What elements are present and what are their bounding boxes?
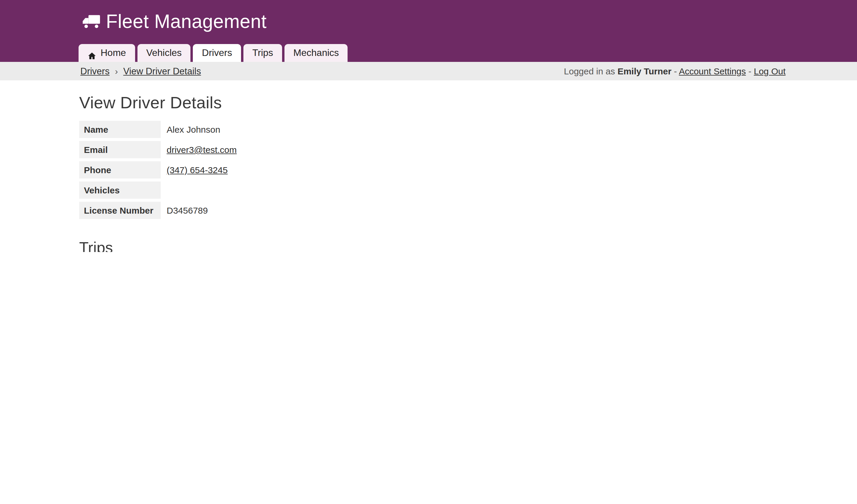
- home-icon: [87, 49, 97, 57]
- session-user: Emily Turner: [618, 66, 671, 76]
- topbar: Drivers › View Driver Details Logged in …: [0, 62, 857, 80]
- breadcrumb-separator-icon: ›: [115, 66, 118, 76]
- driver-phone-link[interactable]: (347) 654-3245: [167, 165, 228, 175]
- brand: Fleet Management: [0, 0, 857, 33]
- log-out-link[interactable]: Log Out: [754, 66, 786, 76]
- detail-row-email: Email driver3@test.com: [79, 141, 292, 158]
- trips-section-title: Trips: [79, 239, 786, 252]
- driver-email-link[interactable]: driver3@test.com: [167, 145, 237, 155]
- detail-label: Vehicles: [79, 182, 161, 199]
- session-dash: -: [674, 66, 677, 76]
- detail-label: Email: [79, 141, 161, 158]
- breadcrumb: Drivers › View Driver Details: [80, 66, 201, 77]
- tab-label: Trips: [252, 44, 273, 62]
- app-header: Fleet Management Home Vehicles Drivers T…: [0, 0, 857, 62]
- tab-label: Drivers: [202, 44, 232, 62]
- detail-row-license: License Number D3456789: [79, 202, 292, 219]
- driver-details-table: Name Alex Johnson Email driver3@test.com…: [79, 118, 292, 222]
- tab-label: Mechanics: [293, 44, 339, 62]
- detail-value: Alex Johnson: [161, 121, 292, 138]
- detail-row-name: Name Alex Johnson: [79, 121, 292, 138]
- tab-drivers[interactable]: Drivers: [193, 44, 241, 62]
- breadcrumb-link-drivers[interactable]: Drivers: [80, 66, 110, 77]
- detail-label: License Number: [79, 202, 161, 219]
- detail-value: [161, 182, 292, 199]
- detail-label: Phone: [79, 161, 161, 179]
- fleet-management-app: Fleet Management Home Vehicles Drivers T…: [0, 0, 857, 252]
- session-prefix: Logged in as: [564, 66, 615, 76]
- detail-row-vehicles: Vehicles: [79, 182, 292, 199]
- session-dash: -: [749, 66, 751, 76]
- tab-vehicles[interactable]: Vehicles: [137, 44, 190, 62]
- main-nav: Home Vehicles Drivers Trips Mechanics: [79, 44, 348, 62]
- detail-row-phone: Phone (347) 654-3245: [79, 161, 292, 179]
- breadcrumb-link-current[interactable]: View Driver Details: [123, 66, 201, 77]
- detail-value: D3456789: [161, 202, 292, 219]
- session-info: Logged in as Emily Turner - Account Sett…: [564, 66, 786, 76]
- account-settings-link[interactable]: Account Settings: [679, 66, 746, 76]
- tab-label: Vehicles: [146, 44, 182, 62]
- page-title: View Driver Details: [79, 94, 786, 113]
- main-content: View Driver Details Name Alex Johnson Em…: [0, 94, 857, 252]
- tab-home[interactable]: Home: [79, 44, 135, 62]
- tab-trips[interactable]: Trips: [243, 44, 282, 62]
- detail-label: Name: [79, 121, 161, 138]
- app-title: Fleet Management: [106, 11, 267, 33]
- tab-mechanics[interactable]: Mechanics: [284, 44, 348, 62]
- tab-label: Home: [101, 44, 126, 62]
- truck-icon: [82, 14, 101, 29]
